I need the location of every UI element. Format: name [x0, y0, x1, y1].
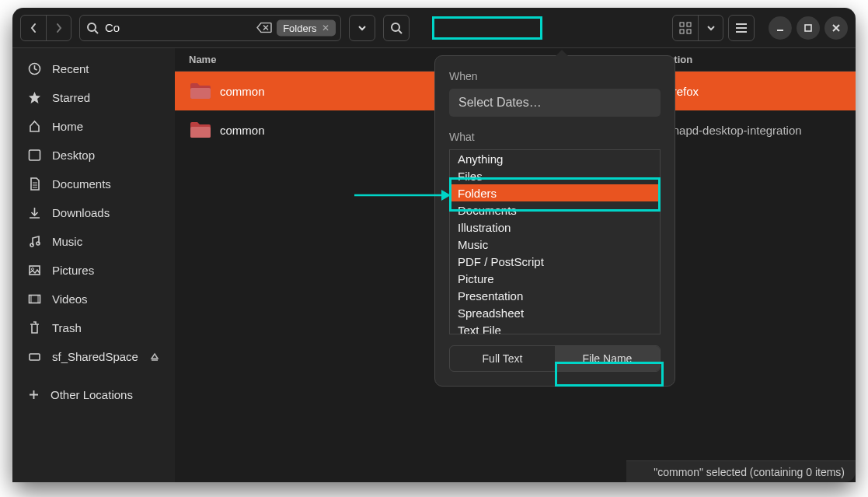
- sidebar-item-label: Music: [52, 235, 82, 248]
- maximize-icon: [804, 23, 813, 33]
- svg-rect-12: [805, 25, 811, 31]
- eject-icon[interactable]: [150, 352, 159, 362]
- close-icon[interactable]: ✕: [322, 23, 329, 33]
- minimize-icon: [776, 23, 785, 33]
- svg-rect-4: [680, 23, 684, 26]
- sidebar: Recent Starred Home Desktop Documents Do…: [12, 48, 175, 482]
- svg-rect-25: [30, 354, 40, 360]
- sidebar-item-downloads[interactable]: Downloads: [12, 198, 175, 227]
- maximize-button[interactable]: [797, 16, 820, 40]
- type-list[interactable]: Anything Files Folders Documents Illustr…: [449, 149, 661, 334]
- sidebar-item-label: Documents: [52, 177, 111, 191]
- search-mode-switch: Full Text File Name: [449, 345, 661, 372]
- chevron-down-icon: [357, 25, 367, 31]
- type-item-files[interactable]: Files: [450, 167, 660, 184]
- svg-rect-6: [680, 30, 684, 33]
- document-icon: [28, 177, 41, 191]
- nav-buttons: [20, 15, 71, 41]
- svg-point-21: [32, 268, 34, 271]
- minimize-button[interactable]: [769, 16, 792, 40]
- svg-line-3: [399, 30, 402, 33]
- chevron-right-icon: [55, 23, 63, 33]
- status-text: "common" selected (containing 0 items): [654, 466, 845, 478]
- sidebar-item-videos[interactable]: Videos: [12, 285, 175, 313]
- sidebar-item-label: sf_SharedSpace: [52, 350, 138, 363]
- music-icon: [28, 235, 41, 248]
- type-item-spreadsheet[interactable]: Spreadsheet: [450, 304, 660, 321]
- sidebar-item-desktop[interactable]: Desktop: [12, 141, 175, 170]
- sidebar-item-label: Recent: [52, 62, 89, 75]
- sidebar-item-music[interactable]: Music: [12, 227, 175, 256]
- date-placeholder: Select Dates…: [458, 96, 542, 110]
- mode-filename[interactable]: File Name: [555, 346, 660, 371]
- view-dropdown-button[interactable]: [698, 16, 723, 40]
- close-icon: [831, 23, 841, 33]
- mode-fulltext[interactable]: Full Text: [450, 346, 555, 371]
- type-item-music[interactable]: Music: [450, 236, 660, 253]
- folder-icon: [189, 121, 212, 139]
- sidebar-item-pictures[interactable]: Pictures: [12, 256, 175, 285]
- svg-rect-5: [687, 23, 691, 26]
- row-name: common: [220, 124, 265, 137]
- filter-popover: When Select Dates… What Anything Files F…: [434, 55, 675, 387]
- sidebar-item-shared[interactable]: sf_SharedSpace: [12, 342, 175, 371]
- filter-dropdown-button[interactable]: [349, 15, 375, 41]
- clock-icon: [28, 62, 41, 75]
- video-icon: [28, 292, 41, 306]
- annotation-arrow: [354, 188, 451, 202]
- svg-rect-7: [687, 30, 691, 33]
- search-icon: [390, 22, 403, 34]
- sidebar-item-recent[interactable]: Recent: [12, 54, 175, 83]
- trash-icon: [28, 321, 41, 334]
- sidebar-item-label: Desktop: [52, 149, 95, 162]
- svg-rect-27: [190, 127, 211, 138]
- search-field[interactable]: Folders ✕: [79, 15, 341, 41]
- filter-chip-folders[interactable]: Folders ✕: [277, 19, 335, 36]
- sidebar-item-starred[interactable]: Starred: [12, 83, 175, 112]
- sidebar-item-other-locations[interactable]: Other Locations: [12, 380, 175, 409]
- backspace-icon[interactable]: [256, 23, 272, 33]
- type-item-presentation[interactable]: Presentation: [450, 287, 660, 304]
- hamburger-icon: [735, 23, 748, 33]
- type-item-anything[interactable]: Anything: [450, 150, 660, 167]
- chevron-left-icon: [30, 23, 37, 33]
- date-selector[interactable]: Select Dates…: [449, 89, 661, 117]
- grid-view-button[interactable]: [673, 16, 698, 40]
- forward-button[interactable]: [46, 16, 71, 40]
- svg-rect-26: [190, 88, 211, 99]
- file-manager-window: Folders ✕: [12, 8, 856, 482]
- svg-point-0: [88, 23, 96, 31]
- search-icon: [86, 22, 99, 34]
- sidebar-item-label: Trash: [52, 321, 82, 334]
- sidebar-item-label: Pictures: [52, 264, 94, 277]
- search-toggle-button[interactable]: [383, 15, 410, 41]
- type-item-pdf[interactable]: PDF / PostScript: [450, 253, 660, 270]
- type-item-textfile[interactable]: Text File: [450, 321, 660, 334]
- type-item-documents[interactable]: Documents: [450, 201, 660, 219]
- close-button[interactable]: [824, 16, 848, 40]
- desktop-icon: [28, 149, 41, 162]
- filter-chip-label: Folders: [283, 22, 316, 33]
- type-item-picture[interactable]: Picture: [450, 270, 660, 287]
- status-bar: "common" selected (containing 0 items): [626, 460, 856, 482]
- grid-icon: [679, 22, 692, 34]
- sidebar-item-documents[interactable]: Documents: [12, 170, 175, 198]
- type-item-illustration[interactable]: Illustration: [450, 219, 660, 236]
- sidebar-item-label: Videos: [52, 292, 88, 306]
- sidebar-item-trash[interactable]: Trash: [12, 313, 175, 342]
- what-label: What: [449, 131, 661, 143]
- svg-point-2: [392, 23, 399, 31]
- back-button[interactable]: [21, 16, 46, 40]
- download-icon: [28, 206, 41, 219]
- sidebar-item-label: Other Locations: [51, 388, 133, 401]
- svg-point-18: [30, 243, 33, 247]
- folder-icon: [189, 82, 212, 100]
- row-name: common: [220, 85, 265, 98]
- home-icon: [28, 120, 41, 133]
- type-item-folders[interactable]: Folders: [450, 184, 660, 201]
- svg-rect-14: [30, 150, 40, 160]
- hamburger-menu-button[interactable]: [728, 15, 755, 41]
- sidebar-item-label: Starred: [52, 91, 90, 104]
- filter-chip-area: Folders ✕: [256, 19, 335, 36]
- sidebar-item-home[interactable]: Home: [12, 112, 175, 141]
